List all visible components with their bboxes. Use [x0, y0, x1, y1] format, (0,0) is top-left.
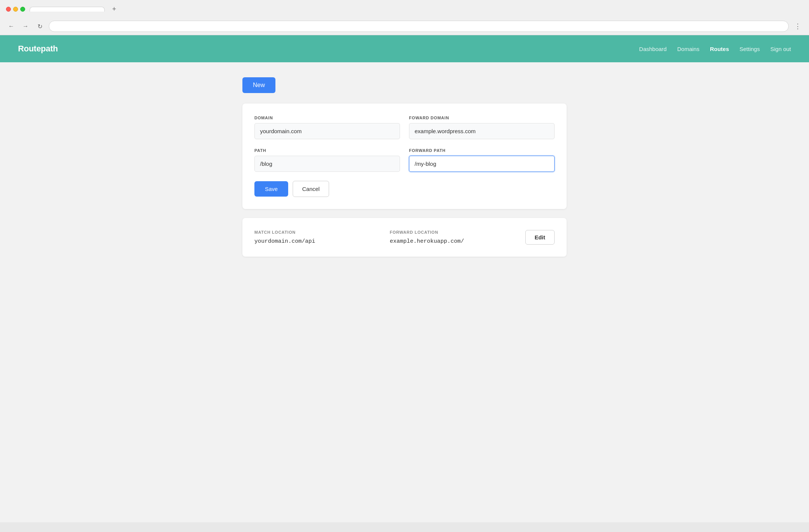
browser-titlebar: +: [0, 0, 809, 18]
nav-links: Dashboard Domains Routes Settings Sign o…: [639, 46, 791, 52]
form-group-forward-path: FORWARD PATH: [409, 148, 555, 172]
new-button[interactable]: New: [242, 77, 275, 93]
forward-location-value: example.herokuapp.com/: [390, 238, 516, 245]
form-card: DOMAIN FOWARD DOMAIN PATH FORWARD PATH: [242, 104, 567, 209]
refresh-button[interactable]: ↻: [35, 21, 45, 32]
maximize-dot[interactable]: [20, 7, 25, 12]
new-tab-button[interactable]: +: [109, 4, 119, 15]
nav-link-signout[interactable]: Sign out: [770, 46, 791, 52]
route-card: MATCH LOCATION yourdomain.com/api FORWAR…: [242, 218, 567, 257]
domain-label: DOMAIN: [254, 116, 400, 120]
route-forward-col: FORWARD LOCATION example.herokuapp.com/: [390, 230, 516, 245]
browser-chrome: + ← → ↻ ⋮: [0, 0, 809, 35]
main-content: New DOMAIN FOWARD DOMAIN PATH: [224, 62, 585, 281]
app-container: Routepath Dashboard Domains Routes Setti…: [0, 35, 809, 522]
path-input[interactable]: [254, 156, 400, 172]
close-dot[interactable]: [6, 7, 11, 12]
nav-logo: Routepath: [18, 44, 58, 54]
form-group-domain: DOMAIN: [254, 116, 400, 139]
edit-button[interactable]: Edit: [525, 230, 555, 245]
nav-bar: Routepath Dashboard Domains Routes Setti…: [0, 35, 809, 62]
match-location-header: MATCH LOCATION: [254, 230, 381, 234]
route-row: MATCH LOCATION yourdomain.com/api FORWAR…: [254, 230, 555, 245]
browser-menu-button[interactable]: ⋮: [792, 21, 803, 32]
path-label: PATH: [254, 148, 400, 153]
forward-path-label: FORWARD PATH: [409, 148, 555, 153]
save-button[interactable]: Save: [254, 181, 288, 197]
forward-domain-input[interactable]: [409, 123, 555, 139]
route-actions-col: Edit: [525, 230, 555, 245]
forward-domain-label: FOWARD DOMAIN: [409, 116, 555, 120]
address-bar[interactable]: [49, 21, 789, 32]
minimize-dot[interactable]: [13, 7, 18, 12]
form-row-domains: DOMAIN FOWARD DOMAIN: [254, 116, 555, 139]
form-group-path: PATH: [254, 148, 400, 172]
forward-path-input[interactable]: [409, 156, 555, 172]
nav-link-domains[interactable]: Domains: [677, 46, 699, 52]
browser-tab[interactable]: [30, 7, 105, 12]
form-row-paths: PATH FORWARD PATH: [254, 148, 555, 172]
match-location-value: yourdomain.com/api: [254, 238, 381, 245]
domain-input[interactable]: [254, 123, 400, 139]
nav-link-settings[interactable]: Settings: [740, 46, 760, 52]
route-match-col: MATCH LOCATION yourdomain.com/api: [254, 230, 381, 245]
form-group-forward-domain: FOWARD DOMAIN: [409, 116, 555, 139]
nav-link-dashboard[interactable]: Dashboard: [639, 46, 666, 52]
forward-button[interactable]: →: [20, 21, 31, 32]
back-button[interactable]: ←: [6, 21, 17, 32]
browser-toolbar: ← → ↻ ⋮: [0, 18, 809, 35]
cancel-button[interactable]: Cancel: [293, 181, 329, 197]
form-actions: Save Cancel: [254, 181, 555, 197]
browser-dots: [6, 7, 25, 12]
nav-link-routes[interactable]: Routes: [710, 46, 729, 52]
forward-location-header: FORWARD LOCATION: [390, 230, 516, 234]
